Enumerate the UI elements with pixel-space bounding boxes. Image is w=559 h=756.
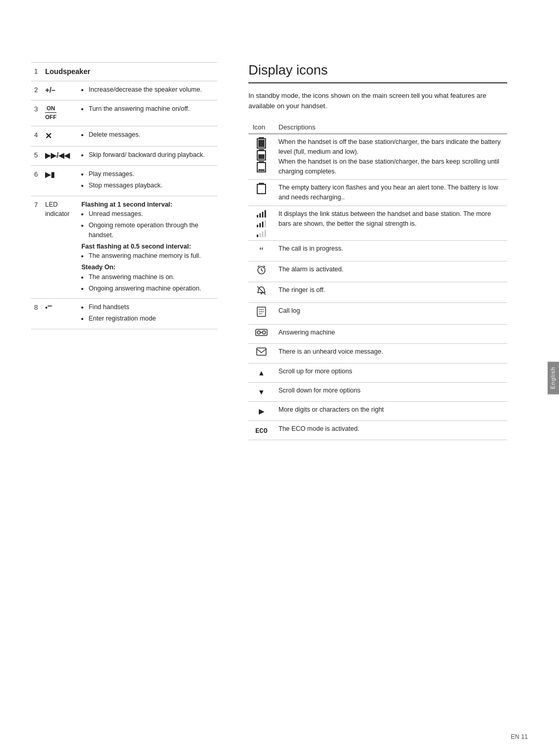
row-label: Loudspeaker <box>42 63 217 81</box>
row-desc: Play messages. Stop messages playback. <box>78 166 217 196</box>
table-row: 3 ON OFF Turn the answering machine on/o… <box>31 100 217 126</box>
row-number: 6 <box>31 166 42 196</box>
svg-line-13 <box>261 270 263 271</box>
icon-description: Call log <box>274 302 507 324</box>
icon-description: When the handset is off the base station… <box>274 134 507 180</box>
icon-cell <box>248 282 274 302</box>
alarm-icon <box>256 265 267 275</box>
table-row: ▲ Scroll up for more options <box>248 363 507 382</box>
battery-empty-icon <box>257 183 266 194</box>
table-row: 8 •⎻ Find handsets Enter registration mo… <box>31 299 217 329</box>
icon-cell <box>248 343 274 363</box>
row-desc: Delete messages. <box>78 126 217 147</box>
table-row: The empty battery icon flashes and you h… <box>248 180 507 206</box>
icon-description: The call is in progress. <box>274 240 507 261</box>
svg-rect-10 <box>257 184 266 194</box>
row-symbol: ▶▮ <box>42 166 78 196</box>
col-desc-header: Descriptions <box>274 121 507 134</box>
icons-table: Icon Descriptions <box>248 121 507 440</box>
signal-med-icon <box>257 219 266 227</box>
row-number: 8 <box>31 299 42 329</box>
row-number: 1 <box>31 63 42 81</box>
voicemail-icon <box>256 347 267 356</box>
led-heading3: Steady On: <box>81 264 115 271</box>
icon-description: Answering machine <box>274 324 507 343</box>
row-desc: Skip forward/ backward during playback. <box>78 147 217 166</box>
right-arrow-icon: ▶ <box>259 407 264 415</box>
row-symbol: ✕ <box>42 126 78 147</box>
svg-rect-2 <box>258 140 264 147</box>
icon-cell: ▶ <box>248 401 274 420</box>
signal-low-icon <box>257 229 266 237</box>
row-desc: Increase/decrease the speaker volume. <box>78 81 217 100</box>
table-row: Answering machine <box>248 324 507 343</box>
battery-low-icon <box>257 161 266 172</box>
calllog-icon <box>256 306 267 317</box>
row-symbol: ON OFF <box>42 100 78 126</box>
table-header-row: Icon Descriptions <box>248 121 507 134</box>
left-column: 1 Loudspeaker 2 +/– Increase/decrease th… <box>0 31 233 725</box>
icon-description: The ECO mode is activated. <box>274 420 507 440</box>
table-row: When the handset is off the base station… <box>248 134 507 180</box>
icon-description: Scroll up for more options <box>274 363 507 382</box>
feature-table: 1 Loudspeaker 2 +/– Increase/decrease th… <box>31 62 217 329</box>
icon-description: It displays the link status between the … <box>274 206 507 240</box>
table-row: 6 ▶▮ Play messages. Stop messages playba… <box>31 166 217 196</box>
icon-cell <box>248 261 274 282</box>
row-desc: Turn the answering machine on/off. <box>78 100 217 126</box>
icon-cell <box>248 324 274 343</box>
table-row: The alarm is activated. <box>248 261 507 282</box>
icon-cell <box>248 134 274 180</box>
intro-text: In standby mode, the icons shown on the … <box>248 91 507 111</box>
row-number: 2 <box>31 81 42 100</box>
page-footer: EN 11 <box>511 733 528 740</box>
table-row: 4 ✕ Delete messages. <box>31 126 217 147</box>
svg-line-14 <box>258 266 259 267</box>
icon-cell <box>248 180 274 206</box>
table-row: 1 Loudspeaker <box>31 63 217 81</box>
table-row: “ The call is in progress. <box>248 240 507 261</box>
table-row: The ringer is off. <box>248 282 507 302</box>
table-row: ▼ Scroll down for more options <box>248 382 507 401</box>
table-row: Call log <box>248 302 507 324</box>
col-icon-header: Icon <box>248 121 274 134</box>
battery-icon <box>253 137 270 172</box>
scroll-up-icon: ▲ <box>258 369 265 377</box>
right-column: Display icons In standby mode, the icons… <box>233 31 533 725</box>
icon-cell: ▼ <box>248 382 274 401</box>
row-symbol: +/– <box>42 81 78 100</box>
svg-rect-27 <box>257 348 266 355</box>
icon-description: Scroll down for more options <box>274 382 507 401</box>
led-heading2: Fast flashing at 0.5 second interval: <box>81 243 191 250</box>
icon-description: The ringer is off. <box>274 282 507 302</box>
table-row: 7 LEDindicator Flashing at 1 second inte… <box>31 196 217 299</box>
row-number: 5 <box>31 147 42 166</box>
ringer-off-icon <box>256 285 267 296</box>
page: English 1 Loudspeaker 2 +/– Increase/dec… <box>0 0 559 756</box>
icon-cell: ECO <box>248 420 274 440</box>
svg-line-15 <box>263 266 265 267</box>
icon-cell: “ <box>248 240 274 261</box>
svg-point-25 <box>262 331 266 334</box>
eco-icon: ECO <box>255 427 267 435</box>
row-symbol: •⎻ <box>42 299 78 329</box>
icon-description: The empty battery icon flashes and you h… <box>274 180 507 206</box>
icon-cell <box>248 206 274 240</box>
row-number: 3 <box>31 100 42 126</box>
signal-icon <box>253 209 270 237</box>
battery-med-icon <box>257 149 266 161</box>
row-label: LEDindicator <box>42 196 78 299</box>
icon-description: There is an unheard voice message. <box>274 343 507 363</box>
row-desc: Flashing at 1 second interval: Unread me… <box>78 196 217 299</box>
led-heading1: Flashing at 1 second interval: <box>81 201 172 208</box>
section-title: Display icons <box>248 62 507 83</box>
phone-icon: “ <box>259 245 263 256</box>
table-row: ▶ More digits or characters on the right <box>248 401 507 420</box>
scroll-down-icon: ▼ <box>258 388 265 396</box>
svg-point-24 <box>257 331 260 334</box>
row-number: 4 <box>31 126 42 147</box>
icon-description: The alarm is activated. <box>274 261 507 282</box>
table-row: There is an unheard voice message. <box>248 343 507 363</box>
icon-description: More digits or characters on the right <box>274 401 507 420</box>
battery-full-icon <box>257 137 266 149</box>
